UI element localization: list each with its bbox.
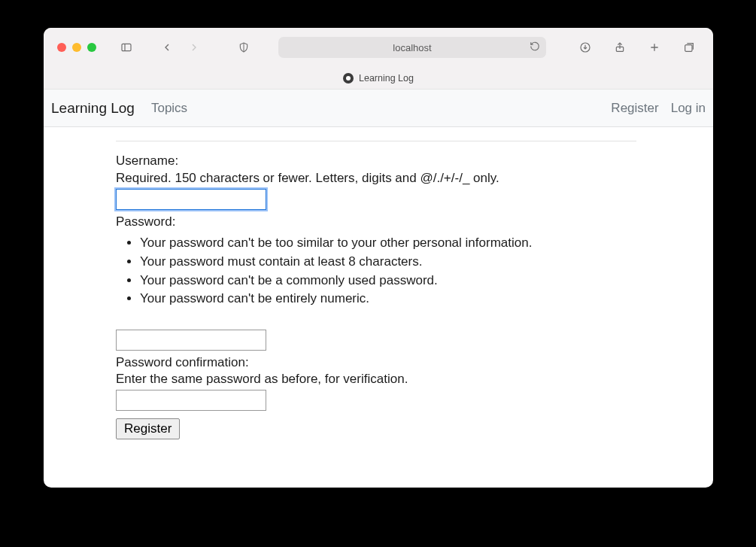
tab-strip: Learning Log — [44, 67, 713, 90]
address-bar[interactable]: localhost — [278, 37, 546, 58]
reload-icon[interactable] — [530, 41, 540, 54]
sidebar-toggle-icon[interactable] — [116, 38, 137, 57]
password-confirmation-input[interactable] — [116, 390, 266, 411]
password-rule: Your password can't be entirely numeric. — [140, 290, 636, 308]
username-help-text: Required. 150 characters or fewer. Lette… — [116, 171, 636, 186]
password-rule: Your password can't be too similar to yo… — [140, 234, 636, 253]
password-confirmation-help: Enter the same password as before, for v… — [116, 372, 636, 387]
fullscreen-window-button[interactable] — [87, 43, 96, 52]
username-label: Username: — [116, 152, 636, 171]
new-tab-icon[interactable] — [644, 38, 665, 57]
password-rules-list: Your password can't be too similar to yo… — [116, 234, 636, 308]
page-content: Username: Required. 150 characters or fe… — [44, 127, 713, 439]
password-rule: Your password can't be a commonly used p… — [140, 272, 636, 290]
password-confirmation-label: Password confirmation: — [116, 354, 636, 372]
nav-register[interactable]: Register — [611, 101, 658, 116]
nav-login[interactable]: Log in — [671, 101, 706, 116]
tab-favicon-icon — [343, 73, 354, 84]
password-rule: Your password must contain at least 8 ch… — [140, 253, 636, 272]
password-input[interactable] — [116, 330, 266, 351]
browser-window: localhost Learning Log Learning Log Top — [44, 28, 713, 488]
brand-link[interactable]: Learning Log — [51, 100, 135, 117]
window-controls — [57, 43, 96, 52]
nav-topics[interactable]: Topics — [151, 101, 187, 116]
minimize-window-button[interactable] — [72, 43, 81, 52]
titlebar: localhost — [44, 28, 713, 67]
tab-title[interactable]: Learning Log — [359, 73, 414, 84]
privacy-shield-icon[interactable] — [233, 38, 254, 57]
share-icon[interactable] — [609, 38, 630, 57]
divider — [116, 141, 636, 141]
downloads-icon[interactable] — [575, 38, 596, 57]
register-button[interactable]: Register — [116, 418, 180, 439]
app-navbar: Learning Log Topics Register Log in — [44, 90, 713, 127]
address-bar-text: localhost — [393, 42, 431, 53]
forward-button[interactable] — [184, 38, 205, 57]
username-input[interactable] — [116, 189, 266, 210]
svg-rect-6 — [685, 45, 692, 52]
tab-overview-icon[interactable] — [679, 38, 700, 57]
password-label: Password: — [116, 213, 636, 232]
toolbar-right — [575, 38, 700, 57]
close-window-button[interactable] — [57, 43, 66, 52]
back-button[interactable] — [156, 38, 178, 57]
svg-rect-0 — [122, 44, 131, 50]
